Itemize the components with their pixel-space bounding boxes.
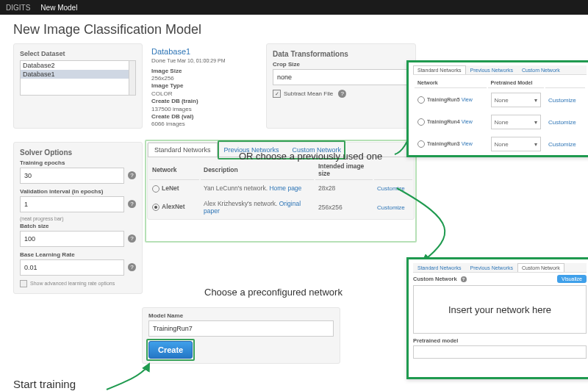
tab-standard-networks[interactable]: Standard Networks (148, 143, 218, 157)
radio-icon[interactable] (417, 96, 425, 104)
table-row: TrainingRun5 View None▾ Customize (415, 90, 585, 110)
model-name-panel: Model Name TrainingRun7 Create (142, 307, 340, 364)
radio-icon[interactable] (152, 204, 159, 211)
desc-link[interactable]: Home page (269, 184, 301, 192)
th-description: Description (201, 160, 314, 180)
inset-previous-networks: Standard Networks Previous Networks Cust… (406, 60, 588, 157)
val-interval-input[interactable]: 1 (20, 196, 124, 212)
caption-start-training: Start training (13, 378, 76, 390)
dataset-info-title[interactable]: Database1 (151, 46, 262, 57)
model-name-input[interactable]: TrainingRun7 (148, 320, 334, 337)
radio-icon[interactable] (417, 140, 425, 148)
model-name-label: Model Name (148, 312, 334, 319)
table-row: TrainingRun4 View None▾ Customize (415, 112, 585, 132)
customize-link[interactable]: Customize (548, 119, 576, 126)
customize-link[interactable]: Customize (377, 185, 405, 192)
help-icon[interactable]: ? (128, 171, 136, 179)
adv-lr-label: Show advanced learning rate options (30, 281, 115, 286)
dataset-done-line: Done Tue Mar 10, 01:00:29 PM (151, 57, 262, 65)
custom-network-textarea[interactable]: Insert your network here (413, 285, 587, 334)
subtract-mean-row[interactable]: ✓ Subtract Mean File ? (273, 90, 409, 98)
network-section: Standard Networks Previous Networks Cust… (147, 142, 415, 294)
checkbox-icon[interactable]: ✓ (273, 90, 281, 98)
select-dataset-title: Select Dataset (20, 50, 136, 57)
customize-link[interactable]: Customize (548, 141, 576, 148)
dataset-option[interactable]: Database2 (21, 61, 135, 70)
help-icon[interactable]: ? (128, 234, 136, 243)
create-button[interactable]: Create (148, 341, 193, 359)
create-wrap: Create (148, 341, 193, 359)
inset-custom-network: Standard Networks Previous Networks Cust… (406, 257, 588, 379)
th-network: Network (415, 78, 487, 88)
network-table: Network Description Intended image size … (148, 159, 414, 219)
batch-label: Batch size (20, 223, 136, 229)
th-size: Intended image size (315, 160, 373, 180)
tab-standard-networks[interactable]: Standard Networks (413, 263, 466, 272)
view-link[interactable]: View (462, 119, 473, 124)
chevron-down-icon: ▾ (534, 119, 537, 126)
batch-input[interactable]: 100 (20, 231, 124, 247)
page-title: New Image Classification Model (13, 22, 588, 37)
progress-note: (neat progress bar) (20, 216, 136, 221)
data-transforms-panel: Data Transformations Crop Size none ✓ Su… (266, 43, 416, 129)
pretrained-select[interactable]: None▾ (491, 93, 541, 107)
chevron-down-icon: ▾ (534, 97, 537, 104)
radio-icon[interactable] (417, 118, 425, 126)
subtract-mean-label: Subtract Mean File (284, 90, 333, 97)
visualize-button[interactable]: Visualize (557, 275, 587, 283)
crop-size-input[interactable]: none (273, 69, 409, 85)
view-link[interactable]: View (462, 97, 473, 102)
lr-label: Base Learning Rate (20, 251, 136, 258)
tab-previous-networks[interactable]: Previous Networks (466, 263, 517, 272)
val-interval-label: Validation interval (in epochs) (20, 188, 136, 195)
caption-or-prev: OR choose a previously used one (239, 151, 382, 162)
caption-choose-pre: Choose a preconfigured network (204, 287, 343, 298)
table-row: LeNet Yan LeCunn's network. Home page 28… (149, 182, 412, 196)
brand-logo[interactable]: DIGITS (6, 4, 30, 12)
nav-new-model[interactable]: New Model (36, 1, 82, 14)
data-transforms-title: Data Transformations (273, 50, 409, 58)
solver-panel: Solver Options Training epochs 30 ? Vali… (13, 142, 143, 294)
table-row: TrainingRun3 View None▾ Customize (415, 134, 585, 154)
dataset-info-panel: Database1 Done Tue Mar 10, 01:00:29 PM I… (147, 43, 262, 129)
customize-link[interactable]: Customize (548, 97, 576, 104)
epochs-input[interactable]: 30 (20, 168, 124, 184)
pretrained-model-label: Pretrained model (413, 337, 587, 344)
tab-standard-networks[interactable]: Standard Networks (413, 65, 466, 74)
inset-custom-tabs: Standard Networks Previous Networks Cust… (413, 263, 587, 273)
checkbox-icon[interactable] (20, 280, 27, 287)
help-icon[interactable]: ? (128, 200, 136, 208)
pretrained-select[interactable]: None▾ (491, 115, 541, 129)
th-pretrained: Pretrained Model (488, 78, 544, 88)
view-link[interactable]: View (462, 141, 473, 146)
chevron-down-icon: ▾ (534, 141, 537, 148)
caption-insert-network: Insert your network here (448, 304, 551, 315)
lr-input[interactable]: 0.01 (20, 259, 124, 276)
help-icon[interactable]: ? (461, 276, 467, 282)
top-nav: DIGITS New Model (0, 0, 588, 15)
table-row: AlexNet Alex Krizhevsky's network. Origi… (149, 197, 412, 218)
dataset-listbox[interactable]: Database2 Database1 (20, 60, 136, 96)
tab-previous-networks[interactable]: Previous Networks (466, 65, 517, 74)
radio-icon[interactable] (152, 185, 159, 193)
pretrained-select[interactable]: None▾ (491, 137, 541, 151)
help-icon[interactable]: ? (338, 90, 346, 98)
customize-link[interactable]: Customize (377, 204, 405, 211)
select-dataset-panel: Select Dataset Database2 Database1 (13, 43, 143, 129)
pretrained-model-input[interactable] (413, 345, 587, 359)
tab-custom-network[interactable]: Custom Network (517, 263, 564, 272)
inset-prev-tabs: Standard Networks Previous Networks Cust… (413, 65, 587, 75)
crop-size-label: Crop Size (273, 61, 409, 68)
solver-title: Solver Options (20, 148, 136, 157)
th-network: Network (149, 160, 199, 180)
tab-custom-network[interactable]: Custom Network (517, 65, 564, 74)
custom-network-title: Custom Network ? (413, 276, 467, 282)
epochs-label: Training epochs (20, 159, 136, 166)
model-name-section: Model Name TrainingRun7 Create (142, 307, 340, 364)
adv-lr-row[interactable]: Show advanced learning rate options (20, 280, 136, 287)
dataset-option[interactable]: Database1 (21, 70, 135, 79)
help-icon[interactable]: ? (128, 263, 136, 271)
